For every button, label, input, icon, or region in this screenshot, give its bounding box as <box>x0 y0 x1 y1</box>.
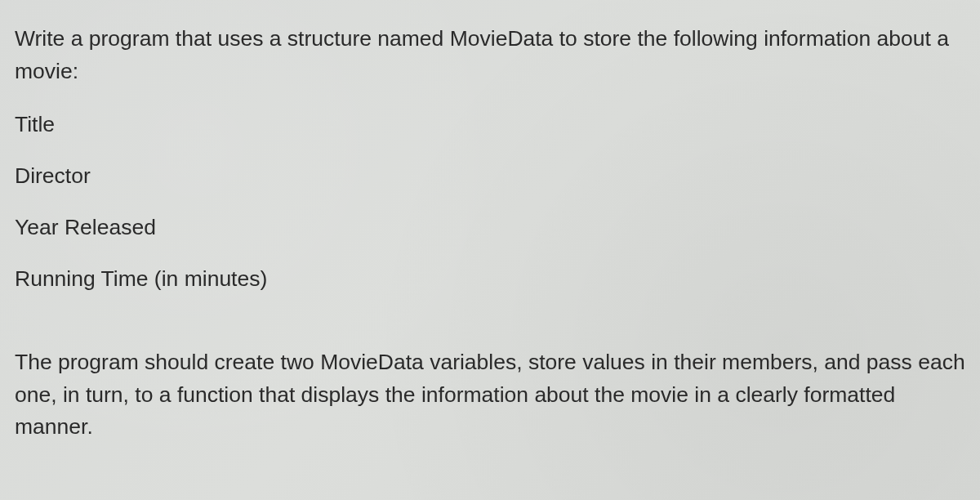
intro-paragraph: Write a program that uses a structure na… <box>15 23 965 88</box>
document-content: Write a program that uses a structure na… <box>15 23 965 444</box>
paragraph-spacer <box>15 315 965 346</box>
field-running-time: Running Time (in minutes) <box>15 264 965 294</box>
outro-paragraph: The program should create two MovieData … <box>15 346 965 444</box>
field-year-released: Year Released <box>15 212 965 243</box>
field-title: Title <box>15 109 965 140</box>
field-director: Director <box>15 161 965 191</box>
